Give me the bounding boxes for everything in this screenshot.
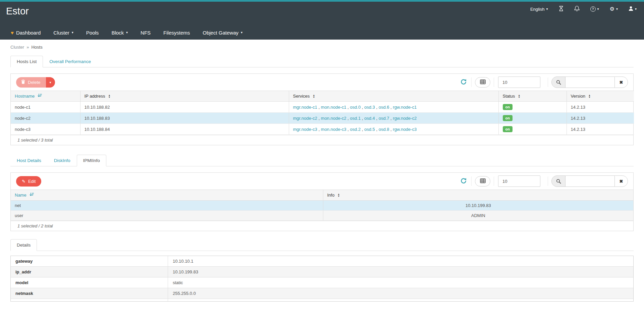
sort-active-icon[interactable]: [30, 193, 34, 198]
caret-down-icon: ▾: [72, 31, 73, 34]
nav-item-filesystems[interactable]: Filesystems: [157, 30, 196, 36]
service-link[interactable]: mgr.node-c3: [293, 127, 317, 132]
service-link[interactable]: osd.4: [364, 116, 375, 121]
sort-icon[interactable]: ▲▼: [337, 193, 340, 197]
column-header-hostname[interactable]: Hostname: [11, 91, 80, 102]
clear-search-button[interactable]: ✖: [614, 175, 628, 187]
service-link[interactable]: mgr.node-c1: [293, 105, 317, 110]
service-link[interactable]: osd.2: [350, 127, 361, 132]
sort-active-icon[interactable]: [38, 94, 42, 99]
hosts-tabs: Hosts ListOverall Performance: [10, 56, 634, 67]
service-separator: ,: [317, 105, 321, 110]
service-separator: ,: [346, 105, 350, 110]
masthead: Estor English ▾ ? ▾ ⚙ ▾ ▾: [0, 2, 644, 40]
service-link[interactable]: osd.1: [350, 116, 361, 121]
service-link[interactable]: rgw.node-c3: [393, 127, 417, 132]
service-link[interactable]: osd.3: [364, 105, 375, 110]
host-row-node-c2[interactable]: node-c210.10.188.83mgr.node-c2 , mon.nod…: [11, 113, 634, 124]
nav-item-dashboard[interactable]: ♥Dashboard: [4, 30, 47, 36]
services-cell: mgr.node-c2 , mon.node-c2 , osd.1 , osd.…: [289, 113, 498, 124]
tab-diskinfo[interactable]: DiskInfo: [48, 155, 77, 166]
delete-dropdown-toggle[interactable]: ▾: [46, 77, 55, 88]
nav-item-pools[interactable]: Pools: [80, 30, 105, 36]
service-link[interactable]: mgr.node-c2: [293, 116, 317, 121]
details-row-netmask: netmask255.255.0.0: [11, 288, 633, 299]
language-selector[interactable]: English ▾: [530, 7, 548, 12]
service-link[interactable]: rgw.node-c2: [393, 116, 417, 121]
ipmi-row-user[interactable]: userADMIN: [11, 211, 633, 221]
caret-down-icon: ▾: [597, 7, 599, 11]
details-row-gateway: gateway10.10.10.1: [11, 256, 633, 266]
host-row-node-c1[interactable]: node-c110.10.188.82mgr.node-c1 , mon.nod…: [11, 102, 634, 113]
nav-item-object-gateway[interactable]: Object Gateway▾: [196, 30, 249, 36]
sort-icon[interactable]: ▲▼: [588, 94, 591, 98]
delete-button-main[interactable]: Delete: [16, 77, 46, 88]
tab-overall-performance[interactable]: Overall Performance: [43, 56, 97, 67]
column-header-label: Name: [15, 193, 26, 198]
column-toggle-button[interactable]: [475, 176, 490, 187]
service-link[interactable]: osd.6: [379, 105, 389, 110]
settings-menu-button[interactable]: ⚙ ▾: [610, 6, 618, 12]
search-icon: [551, 76, 566, 88]
column-toggle-button[interactable]: [475, 77, 490, 88]
delete-button[interactable]: Delete ▾: [16, 77, 55, 88]
table-grid-icon: [480, 178, 486, 184]
refresh-button[interactable]: [459, 77, 468, 87]
service-link[interactable]: rgw.node-c1: [393, 105, 417, 110]
service-link[interactable]: osd.7: [379, 116, 389, 121]
column-header-status[interactable]: Status▲▼: [498, 91, 567, 102]
service-link[interactable]: mon.node-c2: [321, 116, 346, 121]
sort-icon[interactable]: ▲▼: [313, 94, 315, 98]
ipmi-row-net[interactable]: net10.10.199.83: [11, 201, 633, 211]
service-link[interactable]: osd.8: [379, 127, 389, 132]
tasks-hourglass-button[interactable]: [559, 6, 564, 12]
refresh-button[interactable]: [459, 176, 468, 186]
service-link[interactable]: mon.node-c3: [321, 127, 346, 132]
nav-item-label: Filesystems: [163, 30, 190, 36]
column-header-name[interactable]: Name: [11, 190, 323, 201]
service-link[interactable]: mon.node-c1: [321, 105, 346, 110]
breadcrumb-parent[interactable]: Cluster: [10, 45, 24, 50]
column-header-version[interactable]: Version▲▼: [567, 91, 634, 102]
service-link[interactable]: osd.0: [350, 105, 361, 110]
service-separator: ,: [375, 127, 379, 132]
status-cell: on: [498, 124, 567, 135]
bell-icon: [574, 6, 580, 12]
page-size-input[interactable]: [498, 175, 540, 187]
gear-icon: ⚙: [610, 6, 614, 12]
pencil-icon: ✎: [22, 179, 25, 184]
column-header-ip-address[interactable]: IP address▲▼: [80, 91, 289, 102]
column-header-info[interactable]: Info▲▼: [323, 190, 633, 201]
hosts-table-header-row: HostnameIP address▲▼Services▲▼Status▲▼Ve…: [11, 91, 634, 102]
column-header-label: Version: [571, 94, 585, 99]
table-grid-icon: [480, 80, 486, 85]
services-cell: mgr.node-c3 , mon.node-c3 , osd.2 , osd.…: [289, 124, 498, 135]
help-menu-button[interactable]: ? ▾: [590, 6, 599, 12]
edit-button[interactable]: ✎ Edit: [16, 176, 41, 187]
column-header-services[interactable]: Services▲▼: [289, 91, 498, 102]
page-content: Cluster»Hosts Hosts ListOverall Performa…: [0, 40, 644, 302]
nav-item-block[interactable]: Block▾: [105, 30, 134, 36]
search-input[interactable]: [566, 76, 614, 88]
search-input[interactable]: [566, 175, 614, 187]
service-link[interactable]: osd.5: [364, 127, 375, 132]
clear-search-button[interactable]: ✖: [614, 76, 628, 88]
tab-details[interactable]: Details: [10, 239, 37, 251]
sort-icon[interactable]: ▲▼: [108, 94, 110, 98]
tab-host-details[interactable]: Host Details: [10, 155, 48, 166]
user-menu-button[interactable]: ▾: [629, 6, 637, 12]
service-separator: ,: [389, 116, 393, 121]
header-controls: English ▾ ? ▾ ⚙ ▾ ▾: [520, 6, 637, 12]
nav-item-nfs[interactable]: NFS: [134, 30, 157, 36]
version-cell: 14.2.13: [567, 102, 634, 113]
page-size-input[interactable]: [498, 76, 540, 88]
sort-icon[interactable]: ▲▼: [518, 94, 520, 98]
language-label: English: [530, 7, 545, 12]
heartbeat-icon: ♥: [11, 30, 14, 35]
tab-ipmiinfo[interactable]: IPMIInfo: [77, 155, 106, 166]
notifications-button[interactable]: [574, 6, 580, 12]
tab-hosts-list[interactable]: Hosts List: [10, 56, 43, 67]
host-row-node-c3[interactable]: node-c310.10.188.84mgr.node-c3 , mon.nod…: [11, 124, 634, 135]
breadcrumb-separator: »: [26, 45, 29, 50]
nav-item-cluster[interactable]: Cluster▾: [47, 30, 80, 36]
